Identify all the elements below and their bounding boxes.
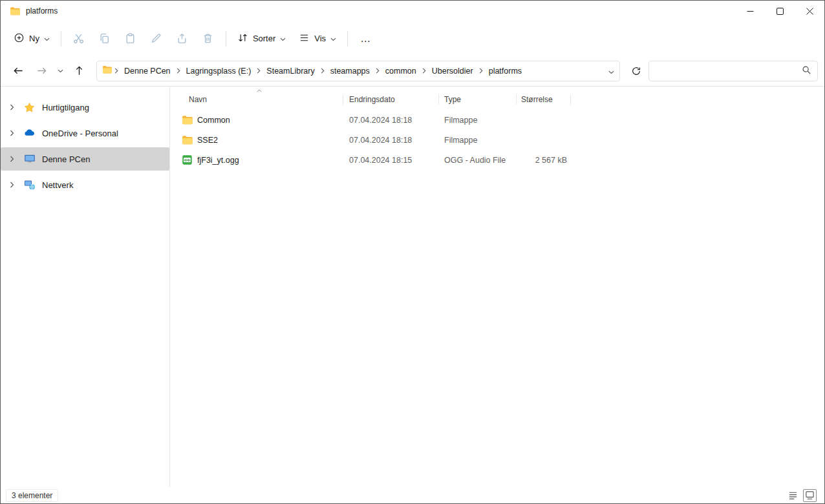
more-options-button[interactable]: … xyxy=(352,29,379,48)
search-icon[interactable] xyxy=(802,65,811,77)
chevron-down-icon xyxy=(44,34,50,43)
file-name: SSE2 xyxy=(197,136,218,145)
column-header-date[interactable]: Endringsdato xyxy=(343,89,439,110)
sort-icon xyxy=(237,32,248,45)
search-box xyxy=(648,61,818,81)
file-name: fjF3i_yt.ogg xyxy=(197,156,239,165)
copy-button[interactable] xyxy=(92,27,118,50)
folder-icon xyxy=(182,134,193,146)
chevron-right-icon[interactable] xyxy=(10,156,17,162)
ogg-file-icon xyxy=(182,154,193,165)
sort-ascending-caret-icon xyxy=(257,89,262,92)
chevron-right-icon[interactable] xyxy=(10,104,17,110)
status-bar: 3 elementer xyxy=(1,487,824,503)
recent-locations-chevron[interactable] xyxy=(54,60,67,82)
breadcrumb-separator-icon xyxy=(478,68,484,74)
sort-button[interactable]: Sorter xyxy=(231,27,292,50)
navigation-bar: Denne PCen Lagringsplass (E:) SteamLibra… xyxy=(1,56,824,87)
breadcrumb-item[interactable]: SteamLibrary xyxy=(262,64,318,78)
star-icon xyxy=(24,102,36,113)
minimize-button[interactable] xyxy=(735,1,765,21)
address-folder-icon xyxy=(102,65,112,78)
breadcrumb-separator-icon xyxy=(256,68,261,74)
file-type: Filmappe xyxy=(439,136,517,145)
breadcrumb-separator-icon xyxy=(176,68,181,74)
cloud-icon xyxy=(24,127,36,139)
sidebar-item-quick-access[interactable]: Hurtigtilgang xyxy=(1,96,169,119)
toolbar-divider xyxy=(226,31,226,47)
folder-icon xyxy=(182,114,193,126)
file-date: 07.04.2024 18:15 xyxy=(343,156,439,165)
title-bar: platforms xyxy=(1,1,824,21)
address-dropdown-chevron-icon[interactable] xyxy=(608,65,614,77)
delete-button[interactable] xyxy=(195,27,221,50)
breadcrumb-item[interactable]: Denne PCen xyxy=(120,64,175,78)
breadcrumb-separator-icon xyxy=(375,68,380,74)
forward-button[interactable] xyxy=(30,60,52,82)
view-button[interactable]: Vis xyxy=(292,27,343,50)
sidebar-item-this-pc[interactable]: Denne PCen xyxy=(1,147,169,171)
file-type: Filmappe xyxy=(439,116,517,125)
network-icon xyxy=(24,179,36,191)
file-name: Common xyxy=(197,116,230,125)
cut-button[interactable] xyxy=(66,27,92,50)
command-bar: Ny Sorter xyxy=(1,21,824,56)
file-row[interactable]: Common 07.04.2024 18:18 Filmappe xyxy=(175,110,824,130)
window-folder-icon xyxy=(10,6,21,17)
column-header-type[interactable]: Type xyxy=(439,89,517,110)
breadcrumb-item-current[interactable]: platforms xyxy=(485,64,526,78)
large-icons-view-button[interactable] xyxy=(803,489,817,502)
chevron-right-icon[interactable] xyxy=(10,130,17,136)
breadcrumb-item[interactable]: steamapps xyxy=(327,64,374,78)
window-title: platforms xyxy=(26,6,58,16)
view-icon xyxy=(299,32,310,45)
new-button-label: Ny xyxy=(29,34,39,43)
up-button[interactable] xyxy=(68,60,90,82)
details-view-button[interactable] xyxy=(786,489,800,502)
sort-button-label: Sorter xyxy=(253,34,275,43)
file-size: 2 567 kB xyxy=(517,156,571,165)
breadcrumb-separator-icon xyxy=(422,68,427,74)
new-plus-icon xyxy=(14,32,25,45)
sidebar-item-label: Denne PCen xyxy=(42,154,90,164)
navigation-pane: Hurtigtilgang OneDrive - Personal Denne … xyxy=(1,87,170,487)
back-button[interactable] xyxy=(7,60,29,82)
address-bar[interactable]: Denne PCen Lagringsplass (E:) SteamLibra… xyxy=(96,61,620,81)
toolbar-divider xyxy=(347,31,348,47)
new-button[interactable]: Ny xyxy=(7,27,56,50)
file-row[interactable]: SSE2 07.04.2024 18:18 Filmappe xyxy=(175,130,824,150)
paste-button[interactable] xyxy=(118,27,144,50)
breadcrumb-item[interactable]: Ubersoldier xyxy=(428,64,477,78)
view-button-label: Vis xyxy=(314,34,326,43)
breadcrumb-item[interactable]: Lagringsplass (E:) xyxy=(182,64,255,78)
file-date: 07.04.2024 18:18 xyxy=(343,136,439,145)
breadcrumb-item[interactable]: common xyxy=(381,64,420,78)
column-headers: Navn Endringsdato Type Størrelse xyxy=(175,89,824,110)
refresh-button[interactable] xyxy=(625,60,647,82)
sidebar-item-label: Nettverk xyxy=(42,180,73,190)
search-input[interactable] xyxy=(656,67,797,76)
column-header-size[interactable]: Størrelse xyxy=(517,89,571,110)
content-area: Hurtigtilgang OneDrive - Personal Denne … xyxy=(1,87,824,487)
file-list-pane: Navn Endringsdato Type Størrelse Common … xyxy=(170,87,824,487)
share-button[interactable] xyxy=(169,27,195,50)
column-header-name[interactable]: Navn xyxy=(175,89,343,110)
sidebar-item-network[interactable]: Nettverk xyxy=(1,173,169,196)
pc-icon xyxy=(24,153,36,165)
view-toggles xyxy=(786,489,819,502)
maximize-button[interactable] xyxy=(765,1,795,21)
breadcrumb-separator-icon xyxy=(114,68,119,74)
window-controls xyxy=(735,1,824,21)
file-explorer-window: platforms Ny xyxy=(0,0,825,504)
chevron-right-icon[interactable] xyxy=(10,182,17,188)
rename-button[interactable] xyxy=(144,27,169,50)
chevron-down-icon xyxy=(330,34,336,43)
close-button[interactable] xyxy=(795,1,824,21)
file-date: 07.04.2024 18:18 xyxy=(343,116,439,125)
items-count: 3 elementer xyxy=(6,489,58,502)
sidebar-item-label: Hurtigtilgang xyxy=(42,103,89,112)
sidebar-item-label: OneDrive - Personal xyxy=(42,129,118,138)
sidebar-item-onedrive[interactable]: OneDrive - Personal xyxy=(1,121,169,145)
toolbar-divider xyxy=(61,31,61,47)
file-row[interactable]: fjF3i_yt.ogg 07.04.2024 18:15 OGG - Audi… xyxy=(175,150,824,170)
